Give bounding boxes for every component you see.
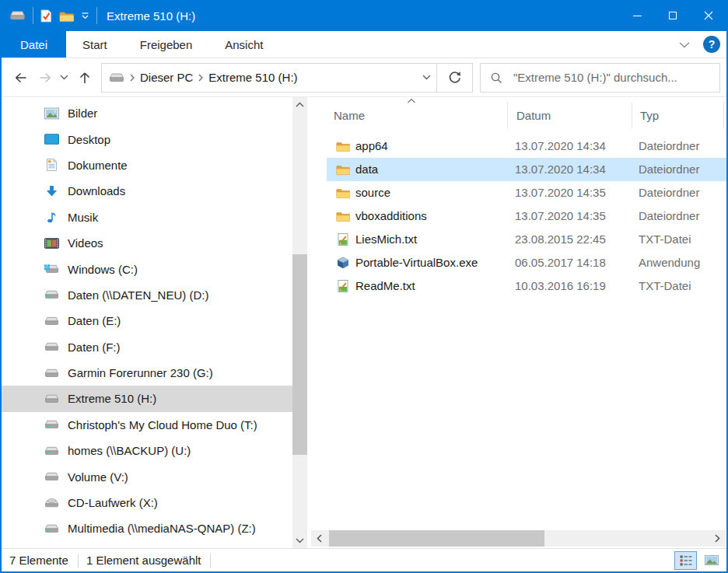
column-header-datum[interactable]: Datum	[516, 109, 551, 122]
scroll-up-arrow-icon[interactable]	[292, 97, 307, 112]
drive-icon	[44, 393, 59, 405]
sidebar-item[interactable]: Downloads	[2, 178, 292, 204]
horizontal-scrollbar[interactable]	[311, 530, 726, 547]
sidebar-item[interactable]: homes (\\BACKUP) (U:)	[2, 438, 292, 463]
tab-freigeben[interactable]: Freigeben	[124, 31, 209, 58]
status-divider	[78, 554, 79, 568]
toolbar-separator	[33, 7, 33, 24]
selection-count: 1 Element ausgewählt	[86, 554, 201, 567]
file-row[interactable]: ReadMe.txt 10.03.2016 16:19 TXT-Datei	[327, 274, 726, 298]
properties-check-icon[interactable]	[40, 9, 52, 23]
file-row[interactable]: app64 13.07.2020 14:34 Dateiordner	[327, 135, 726, 158]
column-separator[interactable]	[632, 102, 632, 128]
sidebar-item-label: Multimedia (\\mediaNAS-QNAP) (Z:)	[68, 522, 256, 535]
sidebar-item[interactable]: Garmin Forerunner 230 (G:)	[2, 360, 292, 386]
breadcrumb-chevron-icon[interactable]	[130, 74, 135, 82]
drive-win-icon	[44, 263, 59, 275]
thumbnail-view-button[interactable]	[700, 551, 723, 570]
status-divider	[210, 554, 211, 568]
close-icon	[704, 11, 713, 20]
tab-datei[interactable]: Datei	[2, 31, 66, 58]
sidebar-item[interactable]: Christoph's My Cloud Home Duo (T:)	[2, 412, 292, 438]
file-row[interactable]: LiesMich.txt 23.08.2015 22:45 TXT-Datei	[327, 228, 726, 251]
new-folder-icon[interactable]	[59, 10, 74, 22]
sidebar-item-label: Garmin Forerunner 230 (G:)	[68, 366, 213, 379]
quick-access-toolbar	[2, 0, 97, 31]
sidebar-item[interactable]: Extreme 510 (H:)	[2, 386, 292, 411]
sidebar-item-label: Daten (E:)	[68, 314, 121, 327]
up-button[interactable]	[72, 71, 98, 85]
horizontal-scrollbar-track[interactable]	[327, 530, 709, 547]
sidebar-scrollbar-thumb[interactable]	[292, 254, 307, 455]
close-button[interactable]	[691, 0, 726, 31]
window-title: Extreme 510 (H:)	[107, 9, 195, 23]
customize-toolbar-chevron-icon[interactable]	[81, 12, 89, 19]
column-separator[interactable]	[507, 102, 508, 128]
file-type: Dateiordner	[639, 158, 699, 181]
search-input[interactable]	[512, 70, 713, 85]
sidebar-item[interactable]: Desktop	[2, 126, 292, 152]
folder-icon	[336, 140, 350, 152]
sidebar-item[interactable]: Daten (\\DATEN_NEU) (D:)	[2, 282, 292, 308]
search-box	[480, 63, 720, 93]
sidebar-item[interactable]: Dokumente	[2, 152, 292, 178]
drive-icon[interactable]	[9, 10, 26, 21]
file-date: 13.07.2020 14:34	[515, 158, 606, 181]
folder-icon	[336, 187, 350, 199]
sort-ascending-icon	[407, 98, 416, 103]
sidebar-item[interactable]: Windows (C:)	[2, 256, 292, 281]
txt-icon	[336, 280, 350, 292]
recent-locations-chevron-icon[interactable]	[56, 75, 72, 80]
maximize-button[interactable]	[655, 0, 691, 31]
sidebar-item[interactable]: Daten (F:)	[2, 334, 292, 360]
column-separator[interactable]	[723, 102, 724, 128]
music-icon	[44, 211, 59, 223]
file-name: ReadMe.txt	[355, 274, 415, 298]
refresh-button[interactable]	[436, 63, 472, 93]
file-row[interactable]: vboxadditions 13.07.2020 14:35 Dateiordn…	[327, 204, 726, 228]
sidebar-item[interactable]: CD-Laufwerk (X:)	[2, 490, 292, 515]
sidebar-item[interactable]: Musik	[2, 204, 292, 230]
file-name: vboxadditions	[355, 204, 427, 228]
scroll-right-arrow-icon[interactable]	[709, 530, 726, 547]
minimize-button[interactable]	[619, 0, 655, 31]
breadcrumb[interactable]: Dieser PCExtreme 510 (H:)	[102, 64, 416, 92]
sidebar-item[interactable]: Volume (V:)	[2, 463, 292, 489]
address-row: Dieser PCExtreme 510 (H:)	[2, 58, 726, 97]
sidebar-item[interactable]: Bilder	[2, 100, 292, 126]
details-view-button[interactable]	[674, 551, 697, 570]
back-button[interactable]	[6, 72, 34, 84]
help-button[interactable]: ?	[703, 36, 720, 53]
tab-ansicht[interactable]: Ansicht	[208, 31, 279, 58]
sidebar-item[interactable]: Multimedia (\\mediaNAS-QNAP) (Z:)	[2, 515, 292, 541]
column-header-typ[interactable]: Typ	[640, 109, 659, 122]
drive-net-icon	[44, 418, 59, 431]
sidebar-item-label: homes (\\BACKUP) (U:)	[68, 444, 191, 457]
scroll-left-arrow-icon[interactable]	[311, 530, 327, 547]
file-row[interactable]: source 13.07.2020 14:35 Dateiordner	[327, 181, 726, 204]
file-row[interactable]: Portable-VirtualBox.exe 06.05.2017 14:18…	[327, 251, 726, 274]
file-date: 10.03.2016 16:19	[515, 274, 606, 298]
tab-start[interactable]: Start	[66, 31, 124, 58]
sidebar-item[interactable]: Daten (E:)	[2, 308, 292, 334]
file-row[interactable]: data 13.07.2020 14:34 Dateiordner	[327, 158, 726, 181]
sidebar-item[interactable]: Videos	[2, 230, 292, 256]
horizontal-scrollbar-thumb[interactable]	[329, 530, 544, 547]
breadcrumb-segment[interactable]: Dieser PC	[140, 71, 193, 84]
breadcrumb-chevron-icon[interactable]	[198, 74, 203, 82]
drive-net-icon	[44, 288, 59, 301]
breadcrumb-segment[interactable]: Extreme 510 (H:)	[208, 71, 297, 84]
file-name: source	[355, 181, 390, 204]
file-name: Portable-VirtualBox.exe	[355, 251, 478, 274]
drive-icon[interactable]	[109, 72, 124, 83]
column-header-name[interactable]: Name	[334, 109, 365, 122]
scroll-down-arrow-icon[interactable]	[292, 533, 307, 548]
sidebar-item-label: Extreme 510 (H:)	[68, 392, 156, 405]
drive-icon	[44, 367, 59, 379]
sidebar-scrollbar[interactable]	[292, 97, 307, 548]
forward-button[interactable]	[34, 72, 56, 84]
file-type: TXT-Datei	[639, 228, 691, 251]
sidebar-item-label: Musik	[68, 211, 98, 224]
address-dropdown-chevron-icon[interactable]	[416, 64, 436, 92]
expand-ribbon-chevron-icon[interactable]	[678, 41, 691, 48]
